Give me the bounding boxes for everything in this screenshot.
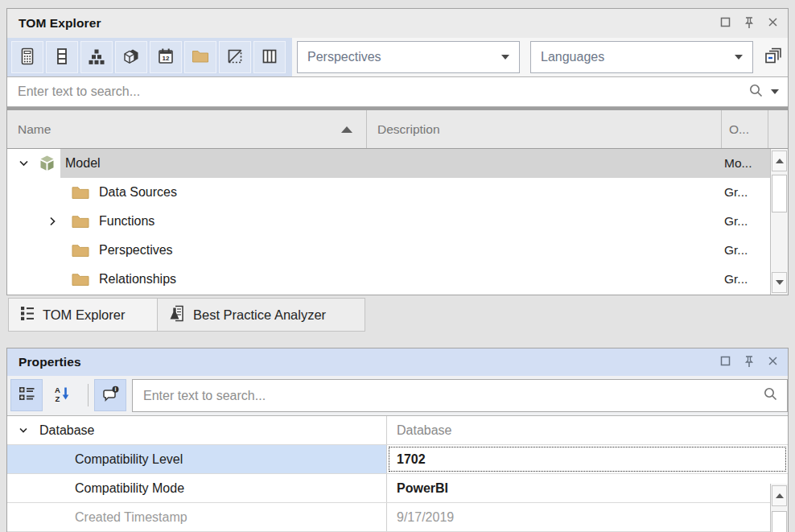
object-filter-toolbar: 12 <box>7 38 292 76</box>
tree-item-label: Relationships <box>99 272 176 287</box>
maximize-button[interactable] <box>720 17 731 30</box>
pin-icon <box>744 355 755 370</box>
folder-icon <box>72 185 89 200</box>
property-category-database[interactable]: Database Database <box>7 416 788 445</box>
object-type-cell: Mo... <box>724 156 752 171</box>
tree-item-label: Functions <box>99 214 154 229</box>
languages-dropdown-value: Languages <box>541 50 604 64</box>
tab-best-practice-analyzer[interactable]: Best Practice Analyzer <box>157 298 365 332</box>
property-name: Database <box>39 423 95 438</box>
panel-title: Properties <box>19 355 720 369</box>
column-header-name[interactable]: Name <box>7 110 367 148</box>
alphabetical-sort-button[interactable]: AZ <box>46 379 78 411</box>
categorized-view-button[interactable] <box>10 379 43 411</box>
properties-panel: Properties AZ i Database Database Compa <box>6 348 789 532</box>
property-value[interactable]: Database <box>387 416 788 444</box>
expand-collapse-button[interactable] <box>758 41 788 73</box>
object-type-cell: Gr... <box>724 214 748 229</box>
svg-text:i: i <box>114 386 116 392</box>
toolbar-separator <box>88 384 89 406</box>
search-input[interactable] <box>133 380 763 411</box>
scroll-up-button[interactable] <box>772 485 787 506</box>
languages-dropdown[interactable]: Languages <box>530 41 753 73</box>
window-buttons <box>720 355 778 370</box>
search-options-chevron-icon[interactable] <box>771 89 779 94</box>
tom-explorer-panel: TOM Explorer 12 Perspectives Languages <box>6 8 789 295</box>
close-button[interactable] <box>768 356 778 369</box>
maximize-button[interactable] <box>720 356 731 369</box>
perspectives-dropdown[interactable]: Perspectives <box>297 41 520 73</box>
columns-icon <box>260 47 279 68</box>
tree-row-functions[interactable]: Functions Gr... <box>7 207 788 236</box>
property-value[interactable]: PowerBI <box>387 474 788 502</box>
scrollbar-thumb[interactable] <box>772 175 787 212</box>
chevron-right-icon[interactable] <box>47 217 58 227</box>
properties-titlebar: Properties <box>7 348 788 376</box>
filter-columns-button[interactable] <box>46 41 78 73</box>
filter-calendar-button[interactable]: 12 <box>150 41 182 73</box>
tab-tom-explorer[interactable]: TOM Explorer <box>8 298 158 332</box>
pin-button[interactable] <box>744 355 755 370</box>
tom-toolbar: 12 Perspectives Languages <box>7 38 788 76</box>
filter-measures-button[interactable] <box>11 41 43 73</box>
cube-icon <box>122 47 141 68</box>
tree-item-label: Model <box>65 156 101 171</box>
cascade-windows-icon <box>763 46 783 68</box>
close-icon <box>768 17 778 30</box>
filter-model-button[interactable] <box>115 41 147 73</box>
calendar-icon: 12 <box>156 47 175 68</box>
property-row-compatibility-level[interactable]: Compatibility Level 1702 <box>7 445 788 474</box>
close-button[interactable] <box>768 17 778 30</box>
filter-partitions-button[interactable] <box>219 41 251 73</box>
property-row-compatibility-mode[interactable]: Compatibility Mode PowerBI <box>7 474 788 503</box>
properties-search-box <box>132 379 788 412</box>
property-row-created-timestamp[interactable]: Created Timestamp 9/17/2019 <box>7 503 788 532</box>
panel-title: TOM Explorer <box>19 16 720 31</box>
search-icon[interactable] <box>748 83 764 101</box>
tab-label: TOM Explorer <box>43 307 125 323</box>
pin-button[interactable] <box>744 16 755 31</box>
filter-folders-button[interactable] <box>184 41 216 73</box>
chevron-down-icon <box>501 55 509 60</box>
search-controls <box>763 386 787 405</box>
scrollbar-thumb[interactable] <box>772 511 787 532</box>
tom-tree-grid: Name Description O... Model Mo... Data S… <box>7 107 788 295</box>
tree-row-relationships[interactable]: Relationships Gr... <box>7 265 788 294</box>
object-type-cell: Gr... <box>724 272 748 287</box>
tree-row-perspectives[interactable]: Perspectives Gr... <box>7 236 788 265</box>
column-header-objecttype[interactable]: O... <box>722 110 768 148</box>
chevron-down-icon[interactable] <box>19 159 29 169</box>
screen: { "tom_explorer": { "title": "TOM Explor… <box>0 0 795 532</box>
calculator-icon <box>18 47 37 68</box>
tree-item-label: Data Sources <box>99 185 177 200</box>
perspectives-dropdown-value: Perspectives <box>307 50 381 64</box>
search-icon[interactable] <box>763 386 778 405</box>
column-header-filler <box>768 110 788 148</box>
chevron-down-icon[interactable] <box>19 426 28 435</box>
property-value: 9/17/2019 <box>387 503 788 531</box>
partition-icon <box>225 47 245 68</box>
scroll-up-button[interactable] <box>772 151 787 171</box>
arrow-up-icon <box>776 159 784 163</box>
search-controls <box>748 83 788 101</box>
tree-row-model[interactable]: Model Mo... <box>7 149 788 178</box>
filter-hierarchies-button[interactable] <box>80 41 113 73</box>
object-type-cell: Gr... <box>724 185 748 200</box>
scroll-down-button[interactable] <box>772 272 787 293</box>
folder-icon <box>72 243 89 258</box>
tree-scrollbar[interactable] <box>770 149 788 295</box>
filter-display-columns-button[interactable] <box>253 41 286 73</box>
description-tooltip-button[interactable]: i <box>94 379 126 411</box>
folder-icon <box>72 214 89 229</box>
tree-row-data-sources[interactable]: Data Sources Gr... <box>7 178 788 207</box>
column-header-description[interactable]: Description <box>367 110 722 148</box>
svg-text:12: 12 <box>163 55 170 62</box>
maximize-icon <box>720 356 731 369</box>
tom-explorer-titlebar: TOM Explorer <box>7 9 788 38</box>
window-buttons <box>720 16 778 31</box>
properties-scrollbar[interactable] <box>770 484 788 532</box>
maximize-icon <box>720 17 731 30</box>
search-input[interactable] <box>7 77 748 106</box>
properties-grid: Database Database Compatibility Level 17… <box>7 416 788 532</box>
property-value-editor[interactable]: 1702 <box>387 445 788 473</box>
